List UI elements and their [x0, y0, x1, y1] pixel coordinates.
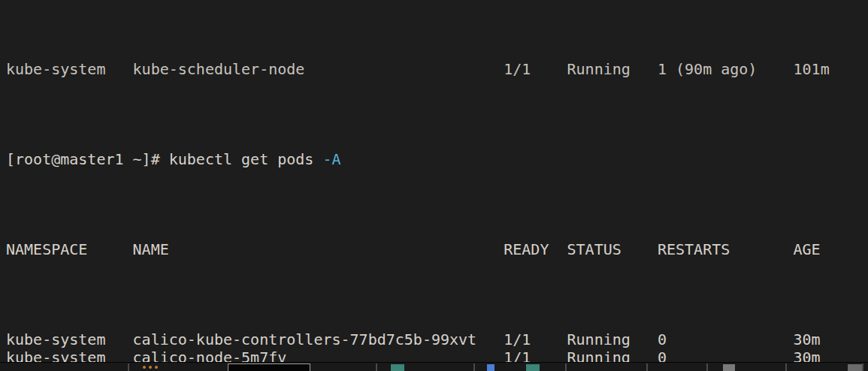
pod-name: calico-kube-controllers-77bd7c5b-99xvt [133, 330, 504, 348]
command-text: kubectl get pods [169, 150, 323, 168]
pod-age: 30m [794, 330, 868, 348]
taskbar-divider [862, 363, 863, 371]
taskbar-swatch[interactable] [848, 364, 863, 371]
taskbar-divider [706, 363, 708, 371]
pod-name: calico-node-5m7fv [133, 348, 504, 363]
taskbar-divider [565, 363, 567, 371]
pod-status: Running [567, 348, 658, 363]
shell-prompt: [root@master1 ~]# [6, 150, 169, 168]
table-row: kube-system calico-kube-controllers-77bd… [6, 330, 868, 348]
taskbar-swatch[interactable] [391, 364, 404, 371]
command-flag: -A [322, 150, 340, 168]
pods-table-body: kube-system calico-kube-controllers-77bd… [6, 330, 868, 363]
pod-ready: 1/1 [504, 330, 567, 348]
pod-restarts: 0 [658, 348, 794, 363]
header-ready: READY [504, 240, 567, 258]
desktop-screen: kube-system kube-scheduler-node 1/1 Runn… [0, 0, 868, 371]
pod-namespace: kube-system [6, 330, 133, 348]
header-status: STATUS [567, 240, 658, 258]
taskbar-swatch[interactable] [487, 364, 494, 371]
header-age: AGE [794, 240, 868, 258]
pod-age: 101m [794, 60, 868, 78]
taskbar-dots[interactable] [143, 364, 161, 371]
header-name: NAME [133, 240, 504, 258]
taskbar-divider [473, 363, 475, 371]
pod-namespace: kube-system [6, 60, 133, 78]
pod-age: 30m [794, 348, 868, 363]
taskbar-swatch[interactable] [723, 364, 735, 371]
terminal-scrollback-partial-row: kube-system kube-scheduler-node 1/1 Runn… [6, 60, 868, 78]
pod-name: kube-scheduler-node [133, 60, 504, 78]
terminal-command-line: [root@master1 ~]# kubectl get pods -A [6, 150, 868, 168]
taskbar-divider [376, 363, 377, 371]
taskbar-active-window[interactable] [228, 363, 310, 371]
pod-ready: 1/1 [504, 348, 567, 363]
pod-status: Running [567, 60, 658, 78]
taskbar[interactable] [0, 362, 868, 371]
pod-namespace: kube-system [6, 348, 133, 363]
pod-restarts: 0 [658, 330, 794, 348]
header-restarts: RESTARTS [658, 240, 794, 258]
taskbar-divider [646, 363, 648, 371]
pods-table-header: NAMESPACE NAME READY STATUS RESTARTS AGE [6, 240, 868, 258]
pod-restarts: 1 (90m ago) [658, 60, 794, 78]
terminal-window[interactable]: kube-system kube-scheduler-node 1/1 Runn… [0, 0, 868, 363]
taskbar-divider [785, 363, 787, 371]
taskbar-divider [128, 363, 129, 371]
taskbar-swatch[interactable] [526, 364, 540, 371]
table-row: kube-system calico-node-5m7fv 1/1 Runnin… [6, 348, 868, 363]
header-namespace: NAMESPACE [6, 240, 133, 258]
pod-status: Running [567, 330, 658, 348]
pod-ready: 1/1 [504, 60, 567, 78]
